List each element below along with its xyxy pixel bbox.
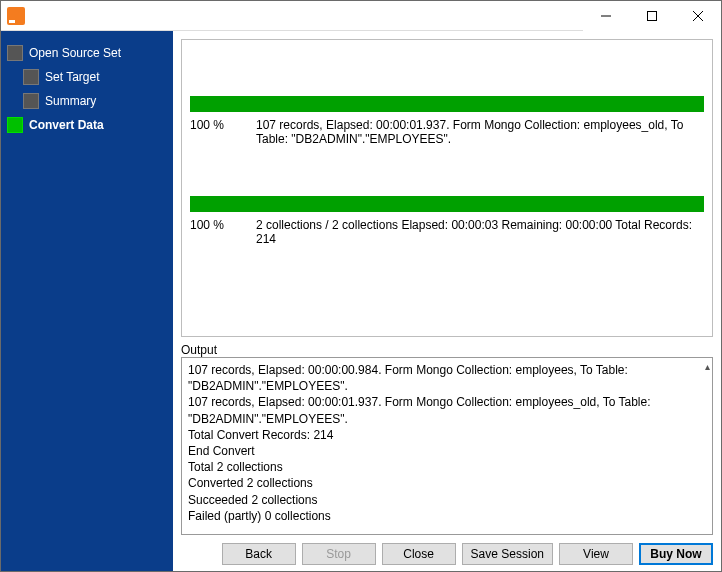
output-line: Total 2 collections [188, 459, 706, 475]
maximize-icon [647, 11, 657, 21]
progress-detail: 107 records, Elapsed: 00:00:01.937. Form… [256, 118, 704, 146]
sidebar-item-label: Open Source Set [29, 46, 121, 60]
window-controls [583, 1, 721, 31]
close-button[interactable] [675, 1, 721, 31]
close-icon [693, 11, 703, 21]
titlebar [1, 1, 721, 31]
output-line: Converted 2 collections [188, 475, 706, 491]
step-box-icon [23, 69, 39, 85]
progress-area: 100 % 107 records, Elapsed: 00:00:01.937… [181, 39, 713, 337]
stop-button[interactable]: Stop [302, 543, 376, 565]
sidebar-item-convert-data[interactable]: Convert Data [1, 113, 173, 137]
progress-percent: 100 % [190, 218, 238, 246]
minimize-icon [601, 11, 611, 21]
save-session-button[interactable]: Save Session [462, 543, 553, 565]
output-line: 107 records, Elapsed: 00:00:01.937. Form… [188, 394, 706, 426]
button-row: Back Stop Close Save Session View Buy No… [181, 543, 713, 565]
output-line: Total Convert Records: 214 [188, 427, 706, 443]
progress-text: 100 % 2 collections / 2 collections Elap… [190, 218, 704, 246]
main: Open Source Set Set Target Summary Conve… [1, 31, 721, 572]
content: 100 % 107 records, Elapsed: 00:00:01.937… [173, 31, 721, 572]
close-dialog-button[interactable]: Close [382, 543, 456, 565]
sidebar-item-label: Set Target [45, 70, 99, 84]
output-line: Failed (partly) 0 collections [188, 508, 706, 524]
step-box-icon [7, 117, 23, 133]
sidebar-item-summary[interactable]: Summary [1, 89, 173, 113]
app-icon-wrap [1, 7, 25, 25]
sidebar-item-label: Convert Data [29, 118, 104, 132]
step-box-icon [7, 45, 23, 61]
progress-bar [190, 196, 704, 212]
progress-bar [190, 96, 704, 112]
buy-now-button[interactable]: Buy Now [639, 543, 713, 565]
output-line: 107 records, Elapsed: 00:00:00.984. Form… [188, 362, 706, 394]
minimize-button[interactable] [583, 1, 629, 31]
output-line: End Convert [188, 443, 706, 459]
progress-detail: 2 collections / 2 collections Elapsed: 0… [256, 218, 704, 246]
sidebar-item-set-target[interactable]: Set Target [1, 65, 173, 89]
maximize-button[interactable] [629, 1, 675, 31]
output-label: Output [181, 343, 713, 357]
progress-percent: 100 % [190, 118, 238, 146]
output-textbox[interactable]: ▴ 107 records, Elapsed: 00:00:00.984. Fo… [181, 357, 713, 535]
output-line: Succeeded 2 collections [188, 492, 706, 508]
back-button[interactable]: Back [222, 543, 296, 565]
view-button[interactable]: View [559, 543, 633, 565]
scroll-up-icon[interactable]: ▴ [705, 360, 710, 374]
svg-rect-1 [648, 11, 657, 20]
sidebar-item-label: Summary [45, 94, 96, 108]
progress-row-2: 100 % 2 collections / 2 collections Elap… [190, 196, 704, 246]
sidebar-item-open-source-set[interactable]: Open Source Set [1, 41, 173, 65]
step-box-icon [23, 93, 39, 109]
app-icon [7, 7, 25, 25]
progress-row-1: 100 % 107 records, Elapsed: 00:00:01.937… [190, 96, 704, 146]
sidebar: Open Source Set Set Target Summary Conve… [1, 31, 173, 572]
progress-text: 100 % 107 records, Elapsed: 00:00:01.937… [190, 118, 704, 146]
